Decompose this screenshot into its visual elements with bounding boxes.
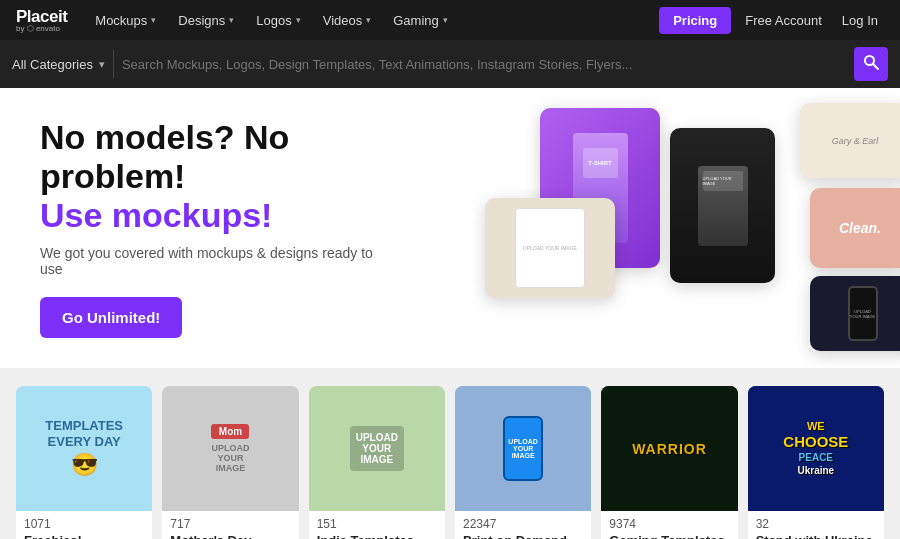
free-account-button[interactable]: Free Account [739,7,828,34]
category-info: 32 Stand with Ukraine [748,511,884,539]
category-count: 9374 [609,517,729,531]
nav-right: Pricing Free Account Log In [659,7,884,34]
search-button[interactable] [854,47,888,81]
search-icon [863,54,879,74]
nav-gaming[interactable]: Gaming ▾ [383,0,458,40]
category-image: UPLOADYOURIMAGE [309,386,445,511]
category-info: 717 Mother's Day Templates [162,511,298,539]
category-count: 717 [170,517,290,531]
category-image: WECHOOSEPEACEUkraine [748,386,884,511]
category-count: 151 [317,517,437,531]
category-image: MomUPLOADYOURIMAGE [162,386,298,511]
category-count: 1071 [24,517,144,531]
category-label: Mother's Day Templates [170,533,251,539]
chevron-icon: ▾ [151,15,156,25]
search-input[interactable] [122,57,846,72]
hero-title: No models? No problem! [40,118,380,196]
categories-grid: TEMPLATESEVERY DAY😎 1071 Freebies! MomUP… [16,386,884,539]
category-label: All Categories [12,57,93,72]
search-bar: All Categories ▾ [0,40,900,88]
main-nav: Placeit by ⬡ envato Mockups ▾ Designs ▾ … [0,0,900,40]
category-info: 9374 Gaming Templates [601,511,737,539]
category-image: TEMPLATESEVERY DAY😎 [16,386,152,511]
chevron-down-icon: ▾ [99,58,105,71]
category-info: 22347 Print on Demand [455,511,591,539]
category-card[interactable]: WECHOOSEPEACEUkraine 32 Stand with Ukrai… [748,386,884,539]
chevron-icon: ▾ [443,15,448,25]
chevron-icon: ▾ [366,15,371,25]
category-label: Gaming Templates [609,533,724,539]
category-card[interactable]: UPLOADYOURIMAGE 22347 Print on Demand [455,386,591,539]
category-label: India Templates [317,533,414,539]
hero-subtitle: We got you covered with mockups & design… [40,245,380,277]
mockup-collage: T-SHIRT Gary & Earl Clean. UPLOAD YOUR I… [480,98,900,358]
category-image: UPLOADYOURIMAGE [455,386,591,511]
hero-text: No models? No problem! Use mockups! We g… [40,118,380,338]
category-label: Stand with Ukraine [756,533,873,539]
pricing-button[interactable]: Pricing [659,7,731,34]
svg-line-1 [873,64,878,69]
category-card[interactable]: WARRIOR 9374 Gaming Templates [601,386,737,539]
nav-logos[interactable]: Logos ▾ [246,0,310,40]
hero-section: No models? No problem! Use mockups! We g… [0,88,900,368]
site-logo[interactable]: Placeit by ⬡ envato [16,8,67,33]
logo-name: Placeit [16,8,67,25]
categories-section: TEMPLATESEVERY DAY😎 1071 Freebies! MomUP… [0,368,900,539]
category-label: Print on Demand [463,533,567,539]
category-info: 151 India Templates [309,511,445,539]
category-card[interactable]: TEMPLATESEVERY DAY😎 1071 Freebies! [16,386,152,539]
category-label: Freebies! [24,533,82,539]
nav-videos[interactable]: Videos ▾ [313,0,382,40]
login-button[interactable]: Log In [836,7,884,34]
category-card[interactable]: UPLOADYOURIMAGE 151 India Templates [309,386,445,539]
category-image: WARRIOR [601,386,737,511]
nav-mockups[interactable]: Mockups ▾ [85,0,166,40]
hero-cta-button[interactable]: Go Unlimited! [40,297,182,338]
nav-menu: Mockups ▾ Designs ▾ Logos ▾ Videos ▾ Gam… [85,0,659,40]
category-info: 1071 Freebies! [16,511,152,539]
chevron-icon: ▾ [229,15,234,25]
search-input-wrap [122,57,846,72]
category-count: 32 [756,517,876,531]
category-card[interactable]: MomUPLOADYOURIMAGE 717 Mother's Day Temp… [162,386,298,539]
logo-sub: by ⬡ envato [16,25,67,33]
nav-designs[interactable]: Designs ▾ [168,0,244,40]
chevron-icon: ▾ [296,15,301,25]
category-dropdown[interactable]: All Categories ▾ [12,50,114,78]
hero-title-purple: Use mockups! [40,196,380,235]
category-count: 22347 [463,517,583,531]
hero-images: T-SHIRT Gary & Earl Clean. UPLOAD YOUR I… [440,88,900,368]
